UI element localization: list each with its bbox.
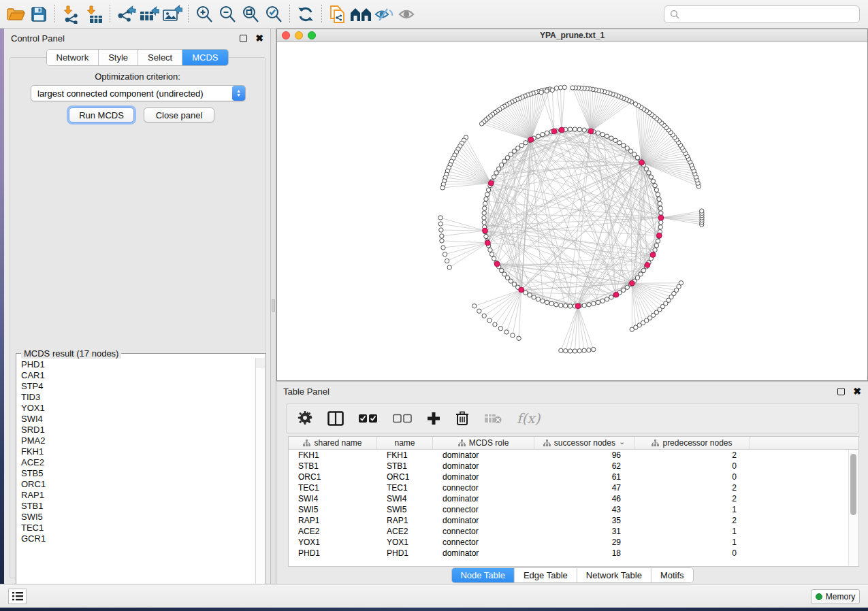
export-table-icon[interactable]	[138, 4, 161, 24]
table-row[interactable]: RAP1RAP1dominator352	[289, 515, 858, 526]
table-row[interactable]: SWI5SWI5connector431	[289, 504, 858, 515]
memory-label: Memory	[826, 592, 855, 601]
cell-name: RAP1	[377, 516, 433, 525]
optimization-criterion-select[interactable]: largest connected component (undirected)…	[31, 85, 246, 101]
mcds-result-item[interactable]: CAR1	[21, 370, 251, 381]
mcds-result-item[interactable]: RAP1	[21, 490, 251, 501]
table-row[interactable]: ORC1ORC1dominator610	[289, 472, 858, 482]
scrollbar-thumb[interactable]	[850, 454, 856, 515]
table-settings-gear-icon[interactable]	[298, 411, 312, 426]
tab-network[interactable]: Network	[46, 50, 99, 65]
mcds-result-item[interactable]: ACE2	[21, 457, 251, 468]
cell-mcds_role: connector	[433, 538, 534, 547]
node-table-scrollbar[interactable]	[848, 450, 858, 565]
tab-edge-table[interactable]: Edge Table	[515, 568, 577, 582]
deselect-all-icon[interactable]	[393, 414, 412, 423]
mcds-result-item[interactable]: TID3	[21, 392, 251, 403]
node-table[interactable]: shared namenameMCDS rolesuccessor nodes⌄…	[288, 436, 859, 567]
close-panel-icon[interactable]: ✖	[255, 33, 263, 43]
network-view-title: YPA_prune.txt_1	[277, 31, 867, 40]
close-table-panel-icon[interactable]: ✖	[853, 386, 861, 396]
cell-mcds_role: dominator	[433, 450, 534, 460]
mcds-result-item[interactable]: SWI4	[21, 414, 251, 425]
open-session-icon[interactable]	[4, 4, 27, 24]
cell-successor_nodes: 31	[534, 527, 634, 536]
network-canvas[interactable]	[277, 42, 867, 380]
search-input[interactable]	[684, 9, 854, 19]
tab-network-table[interactable]: Network Table	[577, 568, 652, 582]
toolbar-separator	[110, 5, 110, 24]
memory-button[interactable]: Memory	[811, 589, 860, 604]
table-row[interactable]: FKH1FKH1dominator962	[289, 450, 858, 461]
cell-name: SWI5	[377, 505, 433, 514]
mcds-result-item[interactable]: FKH1	[21, 446, 251, 457]
mcds-result-item[interactable]: SRD1	[21, 425, 251, 435]
hide-selected-icon[interactable]	[372, 4, 396, 24]
close-panel-button[interactable]: Close panel	[144, 108, 214, 122]
show-panels-list-button[interactable]	[8, 589, 27, 604]
zoom-fit-icon[interactable]	[239, 4, 262, 24]
table-row[interactable]: SWI4SWI4dominator462	[289, 493, 858, 504]
select-all-icon[interactable]	[359, 414, 378, 423]
tab-node-table[interactable]: Node Table	[451, 568, 515, 582]
table-row[interactable]: ACE2ACE2connector311	[289, 526, 858, 537]
status-bar: Memory	[0, 584, 868, 608]
clone-network-view-icon[interactable]	[326, 4, 349, 24]
tab-motifs[interactable]: Motifs	[652, 568, 693, 582]
import-network-icon[interactable]	[59, 4, 82, 24]
table-row[interactable]: STB1STB1dominator620	[289, 461, 858, 472]
cell-mcds_role: dominator	[433, 494, 534, 503]
table-row[interactable]: TEC1TEC1connector472	[289, 482, 858, 493]
mcds-result-item[interactable]: STP4	[21, 381, 251, 392]
column-header-successor-nodes[interactable]: successor nodes⌄	[534, 437, 634, 449]
mcds-result-item[interactable]: GCR1	[21, 533, 251, 544]
delete-column-icon[interactable]	[455, 411, 469, 426]
run-mcds-button[interactable]: Run MCDS	[69, 108, 134, 122]
mcds-result-item[interactable]: SWI5	[21, 512, 251, 523]
zoom-out-icon[interactable]	[216, 4, 239, 24]
tab-select[interactable]: Select	[138, 50, 182, 65]
cell-predecessor_nodes: 2	[634, 494, 750, 503]
search-box[interactable]	[664, 5, 860, 23]
first-neighbors-icon[interactable]	[349, 4, 372, 24]
splitter-grip[interactable]	[272, 299, 275, 312]
mcds-result-item[interactable]: STB1	[21, 501, 251, 512]
float-table-panel-icon[interactable]	[837, 388, 845, 395]
mcds-result-item[interactable]: TEC1	[21, 523, 251, 533]
cell-name: FKH1	[377, 450, 433, 460]
column-header-predecessor-nodes[interactable]: predecessor nodes	[634, 437, 750, 449]
show-column-panel-icon[interactable]	[327, 411, 344, 426]
mcds-result-item[interactable]: STB5	[21, 468, 251, 479]
mcds-result-list[interactable]: PHD1CAR1STP4TID3YOX1SWI4SRD1PMA2FKH1ACE2…	[17, 358, 255, 592]
cell-mcds_role: dominator	[433, 516, 534, 525]
column-header-MCDS-role[interactable]: MCDS role	[433, 437, 534, 449]
column-header-filler	[750, 437, 858, 449]
zoom-in-icon[interactable]	[193, 4, 216, 24]
float-panel-icon[interactable]	[240, 35, 247, 42]
refresh-view-icon[interactable]	[294, 4, 317, 24]
network-graph[interactable]	[277, 42, 867, 380]
export-image-icon[interactable]	[161, 4, 184, 24]
save-session-icon[interactable]	[27, 4, 50, 24]
network-window-titlebar[interactable]: YPA_prune.txt_1	[277, 29, 867, 42]
tab-mcds[interactable]: MCDS	[182, 50, 227, 65]
cell-successor_nodes: 61	[534, 472, 634, 482]
show-all-icon[interactable]	[396, 4, 419, 24]
mcds-result-item[interactable]: PHD1	[21, 359, 251, 370]
mcds-result-item[interactable]: ORC1	[21, 479, 251, 490]
import-table-icon[interactable]	[82, 4, 106, 24]
table-row[interactable]: YOX1YOX1connector291	[289, 537, 858, 548]
table-row[interactable]: PHD1PHD1dominator180	[289, 548, 858, 559]
tab-style[interactable]: Style	[99, 50, 138, 65]
column-header-shared-name[interactable]: shared name	[289, 437, 377, 449]
add-column-icon[interactable]	[427, 412, 440, 425]
zoom-selected-icon[interactable]	[262, 4, 285, 24]
mcds-result-scrollbar[interactable]	[255, 358, 265, 592]
panel-splitter[interactable]	[271, 29, 276, 584]
cell-name: STB1	[377, 461, 433, 471]
mcds-result-item[interactable]: PMA2	[21, 435, 251, 446]
column-header-name[interactable]: name	[377, 437, 433, 449]
mcds-result-item[interactable]: YOX1	[21, 403, 251, 414]
export-network-icon[interactable]	[114, 4, 138, 24]
toolbar-separator	[289, 5, 290, 24]
